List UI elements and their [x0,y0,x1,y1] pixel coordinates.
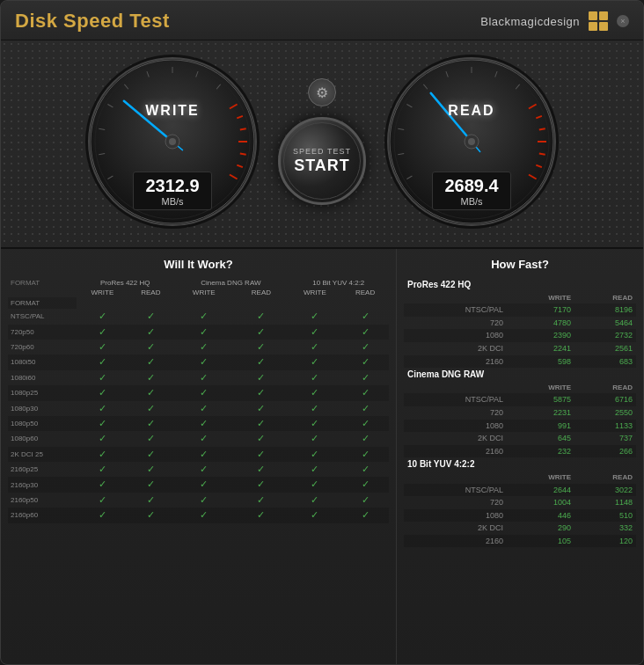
format-cell: 1080p50 [8,416,77,431]
app-title: Disk Speed Test [15,10,170,33]
check-cell: ✓ [77,416,128,431]
check-icon: ✓ [257,403,265,413]
gear-icon: ⚙ [316,84,328,101]
hf-read-value: 6716 [574,393,636,406]
check-cell: ✓ [234,462,288,477]
yuv-header: 10 Bit YUV 4:2:2 [289,278,389,288]
hf-write-value: 2644 [507,484,574,497]
check-icon: ✓ [257,356,265,367]
hf-empty-col [404,471,507,483]
check-icon: ✓ [200,418,208,428]
hf-data-row: 72047805464 [404,317,636,330]
check-icon: ✓ [99,341,106,352]
title-bar: Disk Speed Test Blackmagicdesign × [1,1,643,40]
cdng-read-sub: READ [234,288,288,297]
check-icon: ✓ [99,311,106,321]
check-icon: ✓ [257,433,265,443]
close-button[interactable]: × [617,15,629,27]
check-cell: ✓ [77,370,128,385]
hf-write-value: 1004 [507,496,574,509]
check-icon: ✓ [257,341,265,352]
will-it-work-row: 1080p30✓✓✓✓✓✓ [8,401,389,416]
hf-row-label: 2160 [404,445,507,458]
hf-section-name: 10 Bit YUV 4:2:2 [404,457,636,471]
check-icon: ✓ [200,449,208,459]
check-icon: ✓ [362,418,370,428]
check-icon: ✓ [362,341,370,352]
hf-write-value: 446 [507,509,574,522]
check-cell: ✓ [289,431,342,446]
format-cell: 720p60 [8,340,77,354]
check-icon: ✓ [257,494,265,505]
check-icon: ✓ [311,433,318,443]
hf-row-label: 1080 [404,329,507,342]
check-cell: ✓ [289,416,342,431]
settings-button[interactable]: ⚙ [308,78,336,106]
svg-point-47 [468,138,475,145]
hf-data-row: 2K DCI290332 [404,522,636,535]
start-button[interactable]: SPEED TEST START [278,117,366,205]
how-fast-panel: How Fast? ProRes 422 HQWRITEREADNTSC/PAL… [397,249,643,664]
check-icon: ✓ [257,311,265,321]
check-cell: ✓ [341,493,389,508]
write-gauge-label: WRITE [145,103,200,119]
check-cell: ✓ [173,431,234,446]
hf-data-row: 2K DCI645737 [404,432,636,445]
hf-data-row: 2K DCI22412561 [404,342,636,355]
hf-data-row: 2160232266 [404,445,636,458]
check-icon: ✓ [362,479,370,489]
check-icon: ✓ [200,494,208,505]
check-cell: ✓ [234,325,288,340]
hf-row-label: NTSC/PAL [404,393,507,406]
logo-block-4 [599,22,608,31]
format-col-header: FORMAT [8,278,77,288]
read-gauge-label: READ [448,103,494,119]
hf-read-value: 737 [574,432,636,445]
hf-write-value: 2241 [507,342,574,355]
check-icon: ✓ [99,418,106,428]
will-it-work-row: 1080p60✓✓✓✓✓✓ [8,431,389,446]
check-cell: ✓ [341,462,389,477]
hf-col-headers: WRITEREAD [404,292,636,303]
hf-col-header-cell: READ [574,292,636,303]
hf-col-headers: WRITEREAD [404,382,636,393]
check-icon: ✓ [99,433,106,443]
hf-row-label: NTSC/PAL [404,484,507,497]
prores-write-sub: WRITE [77,288,128,297]
hf-row-label: 2K DCI [404,432,507,445]
check-icon: ✓ [147,403,155,413]
check-icon: ✓ [99,479,106,489]
hf-write-value: 290 [507,522,574,535]
will-it-work-row: 2160p60✓✓✓✓✓✓ [8,508,389,522]
hf-data-row: 72022312550 [404,406,636,420]
yuv-write-sub: WRITE [289,288,342,297]
check-cell: ✓ [128,416,174,431]
check-cell: ✓ [289,493,342,508]
hf-read-value: 2732 [574,329,636,342]
check-icon: ✓ [200,356,208,367]
check-cell: ✓ [341,370,389,385]
write-gauge-value: 2312.9 [144,175,201,196]
svg-line-32 [539,154,545,155]
will-it-work-row: 1080p25✓✓✓✓✓✓ [8,385,389,400]
hf-col-header-cell: WRITE [507,471,574,483]
check-icon: ✓ [147,449,155,459]
format-cell: 1080p25 [8,385,77,400]
check-icon: ✓ [362,311,370,321]
will-it-work-row: 1080p50✓✓✓✓✓✓ [8,416,389,431]
check-icon: ✓ [362,464,370,474]
hf-write-value: 991 [507,420,574,433]
check-cell: ✓ [341,309,389,324]
check-icon: ✓ [99,387,106,398]
hf-section-header: Cinema DNG RAW [404,368,636,382]
check-cell: ✓ [341,354,389,369]
hf-data-row: NTSC/PAL71708196 [404,303,636,317]
check-cell: ✓ [234,354,288,369]
hf-data-row: NTSC/PAL26443022 [404,484,636,497]
check-icon: ✓ [257,387,265,398]
check-icon: ✓ [311,449,318,459]
check-icon: ✓ [362,494,370,505]
format-cell: 2160p25 [8,462,77,477]
read-gauge-value-box: 2689.4 MB/s [432,172,511,210]
check-icon: ✓ [257,372,265,383]
